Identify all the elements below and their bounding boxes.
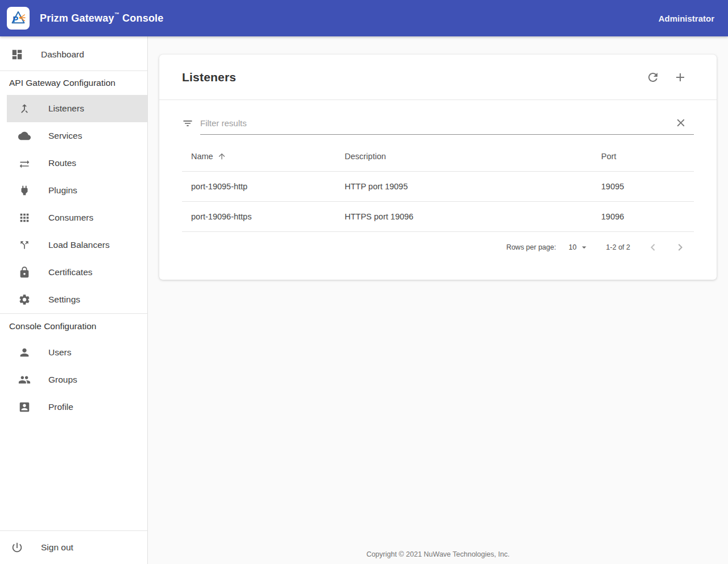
app-bar: P Prizm Gateway™ Console Administrator — [0, 0, 728, 36]
section-title-api-gateway: API Gateway Configuration — [0, 71, 147, 95]
filter-icon — [182, 118, 193, 129]
sidebar-item-users[interactable]: Users — [0, 339, 147, 366]
main-content: Listeners — [148, 36, 728, 564]
sidebar-item-routes[interactable]: Routes — [0, 150, 147, 177]
filter-bar — [182, 111, 694, 135]
rows-per-page-select[interactable]: 10 — [569, 242, 589, 252]
section-title-console-config: Console Configuration — [0, 314, 147, 339]
filter-input[interactable] — [200, 118, 674, 128]
plus-icon — [673, 70, 687, 84]
sidebar-item-certificates[interactable]: Certificates — [0, 259, 147, 286]
cloud-icon — [18, 129, 31, 143]
sidebar-item-listeners[interactable]: Listeners — [7, 95, 147, 122]
page-title: Listeners — [182, 70, 236, 84]
table-header-row: Name Description Port — [182, 142, 694, 172]
sidebar-item-label: Listeners — [48, 103, 84, 114]
sidebar-item-label: Services — [48, 131, 82, 141]
chevron-right-icon — [673, 240, 687, 254]
gear-icon — [18, 293, 31, 306]
sidebar-item-label: Groups — [48, 375, 77, 385]
close-icon — [675, 117, 687, 129]
rows-per-page-label: Rows per page: — [506, 243, 556, 251]
cell-description: HTTP port 19095 — [345, 182, 601, 191]
trademark-symbol: ™ — [114, 11, 119, 17]
sidebar-item-consumers[interactable]: Consumers — [0, 204, 147, 231]
sign-out-button[interactable]: Sign out — [0, 530, 147, 564]
column-header-description[interactable]: Description — [345, 152, 601, 161]
clear-filter-button[interactable] — [674, 116, 688, 130]
contact-card-icon — [18, 400, 31, 414]
sidebar-item-label: Consumers — [48, 213, 93, 223]
sidebar-item-profile[interactable]: Profile — [0, 393, 147, 421]
table-row[interactable]: port-19096-https HTTPS port 19096 19096 — [182, 202, 694, 232]
sidebar-item-dashboard[interactable]: Dashboard — [0, 39, 147, 70]
dashboard-icon — [10, 48, 24, 61]
sidebar-item-load-balancers[interactable]: Load Balancers — [0, 231, 147, 259]
apps-grid-icon — [18, 211, 31, 225]
sidebar-item-label: Users — [48, 347, 71, 358]
sidebar-item-label: Certificates — [48, 267, 93, 277]
card-header: Listeners — [159, 55, 717, 100]
swap-arrows-icon — [18, 156, 31, 170]
call-split-icon — [18, 238, 31, 252]
svg-text:P: P — [13, 14, 18, 24]
app-title: Prizm Gateway™ Console — [40, 13, 163, 24]
lock-icon — [18, 266, 31, 279]
cell-description: HTTPS port 19096 — [345, 212, 601, 221]
refresh-button[interactable] — [646, 70, 660, 84]
sidebar-item-label: Profile — [48, 402, 73, 412]
sidebar-item-groups[interactable]: Groups — [0, 366, 147, 393]
sidebar-item-settings[interactable]: Settings — [0, 286, 147, 313]
sidebar-item-label: Dashboard — [41, 49, 84, 60]
chevron-down-icon — [579, 242, 589, 252]
cell-port: 19096 — [601, 212, 694, 221]
person-icon — [18, 346, 31, 359]
table-row[interactable]: port-19095-http HTTP port 19095 19095 — [182, 172, 694, 202]
previous-page-button[interactable] — [646, 240, 660, 254]
sidebar-item-label: Load Balancers — [48, 240, 110, 250]
sidebar-item-label: Settings — [48, 295, 80, 305]
pagination-bar: Rows per page: 10 1-2 of 2 — [159, 232, 717, 263]
add-listener-button[interactable] — [673, 70, 687, 84]
filter-field — [200, 111, 694, 135]
column-header-name[interactable]: Name — [191, 152, 345, 161]
cell-name: port-19096-https — [191, 212, 345, 221]
sidebar-item-plugins[interactable]: Plugins — [0, 177, 147, 204]
chevron-left-icon — [646, 240, 660, 254]
prizm-prism-logo-icon: P — [7, 7, 30, 30]
sidebar-nav: Dashboard API Gateway Configuration List… — [0, 36, 148, 564]
sort-ascending-icon — [217, 152, 226, 161]
power-icon — [10, 541, 24, 554]
listeners-table: Name Description Port port-19095-http HT… — [182, 142, 694, 232]
sign-out-label: Sign out — [41, 542, 73, 553]
sidebar-item-label: Plugins — [48, 185, 77, 196]
cell-port: 19095 — [601, 182, 694, 191]
rows-per-page-value: 10 — [569, 243, 577, 251]
pagination-range-label: 1-2 of 2 — [606, 243, 630, 251]
call-merge-icon — [18, 102, 31, 115]
sidebar-item-services[interactable]: Services — [0, 122, 147, 150]
current-user-label[interactable]: Administrator — [659, 14, 714, 23]
sidebar-item-label: Routes — [48, 158, 76, 168]
copyright-notice: Copyright © 2021 NuWave Technologies, In… — [148, 550, 728, 558]
next-page-button[interactable] — [673, 240, 687, 254]
cell-name: port-19095-http — [191, 182, 345, 191]
people-icon — [18, 373, 31, 387]
column-header-port[interactable]: Port — [601, 152, 694, 161]
plug-icon — [18, 184, 31, 197]
refresh-icon — [646, 70, 660, 84]
listeners-card: Listeners — [159, 55, 717, 280]
